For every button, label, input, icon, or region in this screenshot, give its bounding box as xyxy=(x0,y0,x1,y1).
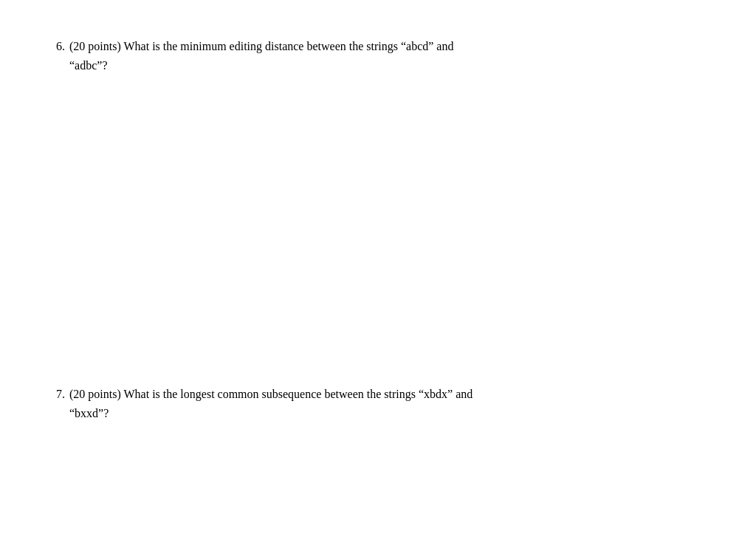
question-6: 6. (20 points) What is the minimum editi… xyxy=(44,37,712,75)
question-7-content: (20 points) What is the longest common s… xyxy=(69,385,712,422)
exam-page: 6. (20 points) What is the minimum editi… xyxy=(0,0,756,545)
question-6-line2: “adbc”? xyxy=(69,56,712,75)
question-7: 7. (20 points) What is the longest commo… xyxy=(44,385,712,422)
question-6-number: 6. xyxy=(44,37,65,56)
question-6-content: (20 points) What is the minimum editing … xyxy=(69,37,712,75)
question-7-line2: “bxxd”? xyxy=(69,404,712,423)
question-6-line1: (20 points) What is the minimum editing … xyxy=(69,37,712,56)
question-7-line1: (20 points) What is the longest common s… xyxy=(69,385,712,404)
question-7-number: 7. xyxy=(44,385,65,404)
